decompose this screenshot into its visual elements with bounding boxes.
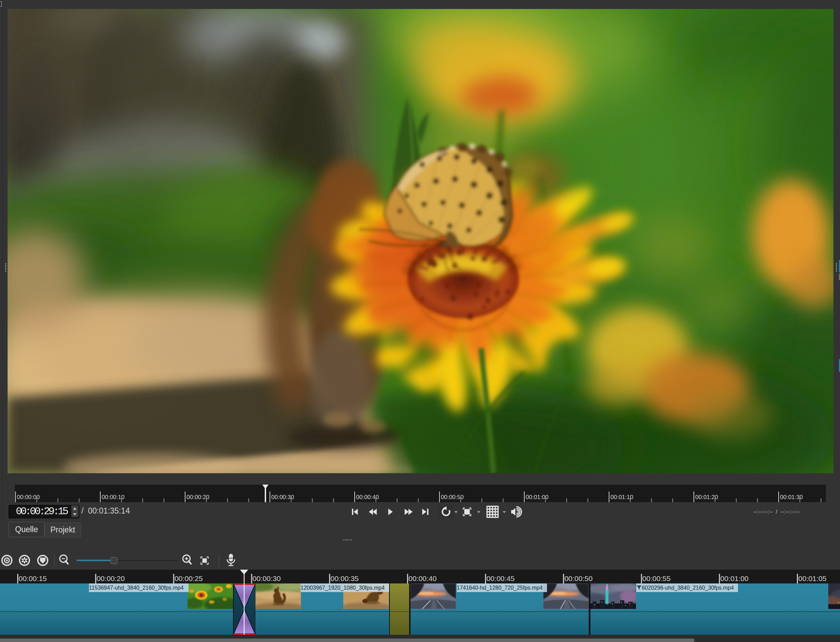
svg-text:00:00:15: 00:00:15 bbox=[19, 574, 47, 582]
svg-text:00:00:00: 00:00:00 bbox=[17, 494, 40, 501]
svg-text:00:00:30: 00:00:30 bbox=[271, 494, 294, 501]
svg-text:00:00:20: 00:00:20 bbox=[187, 494, 209, 501]
svg-text:00:00:45: 00:00:45 bbox=[486, 574, 515, 582]
svg-text:00:00:55: 00:00:55 bbox=[642, 574, 671, 582]
svg-text:00:00:40: 00:00:40 bbox=[408, 574, 437, 582]
svg-text:00:01:10: 00:01:10 bbox=[611, 494, 633, 501]
svg-text:00:00:40: 00:00:40 bbox=[356, 494, 379, 501]
svg-text:00:01:00: 00:01:00 bbox=[720, 574, 749, 582]
svg-text:00:00:25: 00:00:25 bbox=[174, 574, 203, 582]
svg-text:00:00:50: 00:00:50 bbox=[564, 574, 593, 582]
svg-text:00:00:30: 00:00:30 bbox=[253, 574, 281, 582]
svg-text:00:00:20: 00:00:20 bbox=[96, 574, 125, 582]
svg-text:00:01:20: 00:01:20 bbox=[695, 494, 718, 501]
svg-text:00:01:05: 00:01:05 bbox=[798, 574, 827, 582]
svg-text:00:00:10: 00:00:10 bbox=[102, 494, 124, 501]
svg-text:00:00:35: 00:00:35 bbox=[331, 574, 359, 582]
svg-text:00:01:00: 00:01:00 bbox=[526, 494, 548, 501]
svg-text:00:01:30: 00:01:30 bbox=[780, 494, 803, 501]
svg-text:00:00:50: 00:00:50 bbox=[441, 494, 464, 501]
